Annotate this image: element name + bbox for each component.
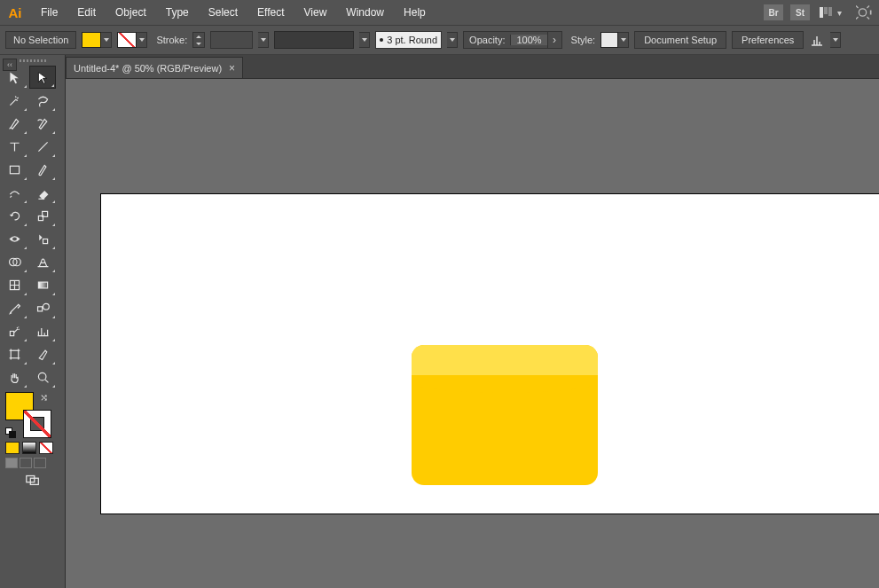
menu-bar: Ai File Edit Object Type Select Effect V… xyxy=(0,0,879,25)
align-flyout-icon[interactable] xyxy=(809,32,825,48)
brush-definition[interactable]: 3 pt. Round xyxy=(375,31,442,49)
stroke-square[interactable] xyxy=(23,410,51,438)
perspective-grid-tool[interactable] xyxy=(29,250,56,273)
fill-stroke-control[interactable]: ⤭ xyxy=(5,392,51,438)
document-tab-bar: Untitled-4* @ 50% (RGB/Preview) × xyxy=(66,55,879,78)
style-label: Style: xyxy=(571,35,596,45)
scale-tool[interactable] xyxy=(29,204,56,227)
rectangle-tool[interactable] xyxy=(1,158,27,181)
brush-dropdown[interactable] xyxy=(447,32,458,48)
brush-dot-icon xyxy=(380,38,383,42)
artboard-tool[interactable] xyxy=(1,342,27,365)
default-fill-stroke-icon[interactable] xyxy=(5,427,16,438)
selection-info: No Selection xyxy=(5,31,76,49)
column-graph-tool[interactable] xyxy=(29,319,56,342)
color-mode-gradient[interactable] xyxy=(22,442,36,454)
fill-color-swatch[interactable] xyxy=(82,32,101,48)
svg-rect-1 xyxy=(10,166,19,174)
arrange-documents-button[interactable]: ▾ xyxy=(820,7,842,18)
mesh-tool[interactable] xyxy=(1,273,27,296)
draw-behind-icon[interactable] xyxy=(20,458,32,468)
document-tab-title: Untitled-4* @ 50% (RGB/Preview) xyxy=(74,63,222,74)
free-transform-tool[interactable] xyxy=(29,227,56,250)
direct-selection-tool[interactable] xyxy=(29,66,56,89)
swap-fill-stroke-icon[interactable]: ⤭ xyxy=(40,392,48,404)
symbol-sprayer-tool[interactable] xyxy=(1,319,27,342)
preferences-button[interactable]: Preferences xyxy=(732,31,804,49)
color-mode-solid[interactable] xyxy=(5,442,20,454)
stroke-label: Stroke: xyxy=(156,35,187,45)
menu-edit[interactable]: Edit xyxy=(68,3,105,22)
rotate-tool[interactable] xyxy=(1,204,27,227)
paintbrush-tool[interactable] xyxy=(29,158,56,181)
workspace: ‹‹ xyxy=(0,55,879,588)
variable-width-profile[interactable] xyxy=(274,31,354,49)
screen-mode-button[interactable] xyxy=(0,474,65,486)
hand-tool[interactable] xyxy=(1,365,27,388)
stock-launch-icon[interactable]: St xyxy=(790,4,810,20)
menu-type[interactable]: Type xyxy=(157,3,198,22)
svg-rect-11 xyxy=(37,306,42,310)
svg-rect-10 xyxy=(38,282,47,288)
draw-normal-icon[interactable] xyxy=(5,458,18,468)
bridge-launch-icon[interactable]: Br xyxy=(764,4,783,20)
slice-tool[interactable] xyxy=(29,342,56,365)
menu-object[interactable]: Object xyxy=(106,3,155,22)
zoom-tool[interactable] xyxy=(29,365,56,388)
graphic-style-swatch[interactable] xyxy=(600,32,618,48)
blend-tool[interactable] xyxy=(29,296,56,319)
pen-tool[interactable] xyxy=(1,112,27,135)
control-bar: No Selection Stroke: 3 pt. Round Opacity… xyxy=(0,25,879,55)
shape-builder-tool[interactable] xyxy=(1,250,27,273)
svg-point-0 xyxy=(859,9,866,16)
svg-rect-13 xyxy=(10,331,13,335)
shaper-tool[interactable] xyxy=(1,181,27,204)
menu-help[interactable]: Help xyxy=(395,3,435,22)
menu-window[interactable]: Window xyxy=(337,3,393,22)
curvature-tool[interactable] xyxy=(29,112,56,135)
document-area: Untitled-4* @ 50% (RGB/Preview) × xyxy=(66,55,879,588)
brush-label: 3 pt. Round xyxy=(387,35,437,45)
eyedropper-tool[interactable] xyxy=(1,296,27,319)
variable-width-dropdown[interactable] xyxy=(359,32,370,48)
eraser-tool[interactable] xyxy=(29,181,56,204)
stroke-weight-dropdown[interactable] xyxy=(258,32,269,48)
type-tool[interactable] xyxy=(1,135,27,158)
menu-effect[interactable]: Effect xyxy=(248,3,293,22)
svg-point-12 xyxy=(43,303,49,310)
draw-mode-row xyxy=(5,458,59,468)
color-mode-none[interactable] xyxy=(39,442,53,454)
line-segment-tool[interactable] xyxy=(29,135,56,158)
gpu-preview-icon[interactable] xyxy=(856,5,874,20)
canvas[interactable] xyxy=(66,78,879,588)
width-tool[interactable] xyxy=(1,227,27,250)
magic-wand-tool[interactable] xyxy=(1,89,27,112)
fill-color-dropdown[interactable] xyxy=(101,32,112,48)
align-dropdown[interactable] xyxy=(830,32,841,48)
opacity-flyout[interactable] xyxy=(547,32,561,48)
gradient-tool[interactable] xyxy=(29,273,56,296)
lasso-tool[interactable] xyxy=(29,89,56,112)
draw-inside-icon[interactable] xyxy=(34,458,46,468)
document-setup-button[interactable]: Document Setup xyxy=(634,31,726,49)
menu-select[interactable]: Select xyxy=(200,3,247,22)
document-tab[interactable]: Untitled-4* @ 50% (RGB/Preview) × xyxy=(66,57,243,78)
opacity-value[interactable]: 100% xyxy=(510,35,546,45)
stroke-color-dropdown[interactable] xyxy=(137,32,147,48)
shape-highlight xyxy=(412,345,598,384)
selection-tool[interactable] xyxy=(1,66,27,89)
svg-rect-14 xyxy=(11,350,19,358)
svg-point-15 xyxy=(38,372,46,380)
tools-panel: ⤭ xyxy=(0,55,66,588)
opacity-control[interactable]: Opacity: 100% xyxy=(463,31,562,49)
color-mode-row xyxy=(5,442,59,454)
graphic-style-dropdown[interactable] xyxy=(618,32,629,48)
close-tab-icon[interactable]: × xyxy=(229,62,235,74)
app-logo-icon: Ai xyxy=(5,4,25,21)
menu-file[interactable]: File xyxy=(32,3,67,22)
stroke-weight-stepper[interactable] xyxy=(192,32,205,48)
menu-view[interactable]: View xyxy=(295,3,336,22)
stroke-color-swatch[interactable] xyxy=(117,32,137,48)
stroke-weight-field[interactable] xyxy=(210,31,253,49)
rounded-rect-shape[interactable] xyxy=(412,345,598,485)
